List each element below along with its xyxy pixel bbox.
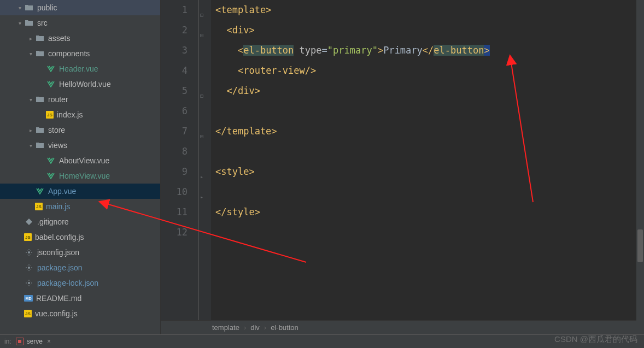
svg-point-0: [28, 251, 30, 253]
folder-icon: [35, 142, 45, 149]
chevron-right-icon: ▸: [26, 127, 35, 133]
tree-file-jsconfig[interactable]: jsconfig.json: [0, 245, 160, 260]
bottom-toolbar[interactable]: in: serve ×: [0, 334, 644, 348]
fold-column[interactable]: ⊟ ⊟ ⊟ ⊟ ▸ ▸: [199, 0, 211, 320]
close-icon[interactable]: ×: [47, 338, 51, 345]
js-icon: JS: [46, 111, 54, 119]
tree-label: index.js: [57, 110, 83, 119]
tree-file-babel[interactable]: JS babel.config.js: [0, 229, 160, 245]
breadcrumb-item[interactable]: template: [212, 323, 239, 332]
tree-label: views: [48, 141, 67, 150]
tree-file-packagelock[interactable]: package-lock.json: [0, 275, 160, 291]
fold-marker-icon[interactable]: ⊟: [200, 126, 203, 146]
chevron-down-icon: ▾: [26, 51, 35, 57]
scrollbar[interactable]: [636, 0, 644, 334]
svg-point-2: [28, 282, 30, 284]
folder-icon: [35, 50, 45, 57]
tree-folder-public[interactable]: ▾ public: [0, 0, 160, 15]
tree-label: public: [37, 3, 57, 12]
git-icon: [24, 218, 34, 226]
gear-icon: [24, 264, 34, 272]
folder-icon: [35, 35, 45, 42]
fold-marker-icon[interactable]: ▸: [200, 167, 203, 187]
js-icon: JS: [24, 233, 32, 241]
line-gutter: 1 2 3 4 5 6 7 8 9 10 11 12: [161, 0, 199, 320]
tree-label: jsconfig.json: [37, 248, 79, 257]
vue-icon: [46, 66, 56, 72]
tree-file-package[interactable]: package.json: [0, 260, 160, 275]
tree-folder-assets[interactable]: ▸ assets: [0, 31, 160, 46]
tree-label: store: [48, 126, 65, 134]
vue-icon: [46, 81, 56, 87]
tree-file-vueconfig[interactable]: JS vue.config.js: [0, 306, 160, 321]
tree-label: assets: [48, 34, 70, 43]
chevron-down-icon: ▾: [26, 143, 35, 149]
tree-label: .gitignore: [37, 217, 69, 226]
chevron-right-icon: ›: [244, 323, 246, 332]
folder-icon: [35, 127, 45, 133]
code-content[interactable]: <template> <div> <el-button type="primar…: [211, 0, 644, 320]
tree-label: App.vue: [48, 187, 76, 196]
tree-label: README.md: [36, 294, 81, 303]
gear-icon: [24, 279, 34, 287]
tree-file-helloworld-vue[interactable]: HelloWorld.vue: [0, 76, 160, 92]
chevron-right-icon: ▸: [26, 36, 35, 42]
breadcrumb-bar[interactable]: template › div › el-button: [161, 320, 644, 334]
tree-folder-components[interactable]: ▾ components: [0, 46, 160, 61]
breadcrumb-item[interactable]: el-button: [271, 323, 298, 332]
folder-icon: [35, 96, 45, 103]
tree-label: package.json: [37, 263, 83, 272]
tree-file-main-js[interactable]: JS main.js: [0, 199, 160, 214]
file-tree-sidebar[interactable]: ▾ public ▾ src ▸ assets ▾ components Hea…: [0, 0, 161, 334]
tree-label: vue.config.js: [35, 309, 78, 318]
serve-tab[interactable]: serve: [27, 338, 43, 345]
chevron-down-icon: ▾: [15, 20, 24, 26]
tree-label: HomeView.vue: [59, 172, 110, 180]
folder-icon: [24, 20, 34, 26]
svg-point-1: [28, 267, 30, 269]
tree-file-header-vue[interactable]: Header.vue: [0, 61, 160, 76]
vue-icon: [35, 188, 45, 194]
tree-file-aboutview-vue[interactable]: AboutView.vue: [0, 153, 160, 168]
code-editor[interactable]: 1 2 3 4 5 6 7 8 9 10 11 12 ⊟ ⊟ ⊟ ⊟ ▸ ▸: [161, 0, 644, 334]
fold-marker-icon[interactable]: ⊟: [200, 5, 203, 25]
tree-file-homeview-vue[interactable]: HomeView.vue: [0, 168, 160, 184]
tree-label: package-lock.json: [37, 279, 98, 287]
tree-folder-views[interactable]: ▾ views: [0, 138, 160, 153]
chevron-right-icon: ›: [264, 323, 266, 332]
tree-folder-router[interactable]: ▾ router: [0, 92, 160, 107]
tree-label: babel.config.js: [35, 233, 84, 241]
fold-marker-icon[interactable]: ▸: [200, 187, 203, 207]
chevron-down-icon: ▾: [26, 97, 35, 103]
vue-icon: [46, 157, 56, 164]
watermark-text: CSDN @西瓜君的代码: [554, 334, 637, 345]
tree-folder-store[interactable]: ▸ store: [0, 122, 160, 138]
tree-label: src: [37, 19, 48, 27]
tree-label: main.js: [46, 202, 70, 211]
tree-label: router: [48, 95, 68, 104]
scroll-thumb[interactable]: [637, 229, 643, 262]
tree-label: HelloWorld.vue: [59, 80, 111, 89]
gear-icon: [24, 249, 34, 256]
tree-folder-src[interactable]: ▾ src: [0, 15, 160, 31]
tree-label: components: [48, 49, 90, 58]
js-icon: JS: [35, 203, 43, 210]
js-icon: JS: [24, 310, 32, 317]
chevron-right-icon: ▾: [15, 5, 24, 11]
run-tool-icon[interactable]: [16, 338, 24, 345]
vue-icon: [46, 173, 56, 179]
fold-marker-icon[interactable]: ⊟: [200, 25, 203, 45]
tree-file-gitignore[interactable]: .gitignore: [0, 214, 160, 229]
fold-marker-icon[interactable]: ⊟: [200, 86, 203, 106]
tree-file-index-js[interactable]: JS index.js: [0, 107, 160, 122]
bottom-label: in:: [4, 338, 11, 345]
folder-icon: [24, 4, 34, 11]
tree-file-readme[interactable]: MD README.md: [0, 291, 160, 306]
tree-label: AboutView.vue: [59, 156, 109, 165]
tree-file-app-vue[interactable]: App.vue: [0, 184, 160, 199]
markdown-icon: MD: [24, 295, 33, 302]
breadcrumb-item[interactable]: div: [250, 323, 260, 332]
tree-label: Header.vue: [59, 64, 98, 73]
